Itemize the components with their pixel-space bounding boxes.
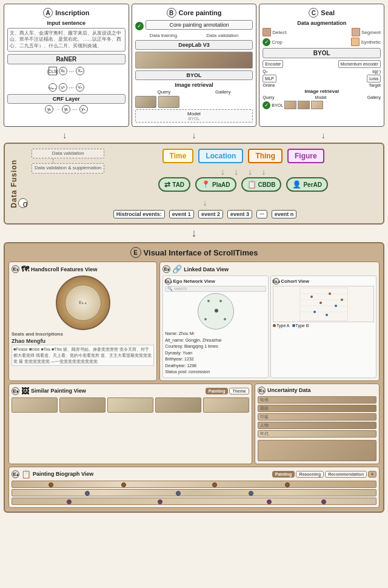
paint-thumb-2 (59, 397, 105, 413)
svg-rect-0 (299, 288, 348, 321)
e3-title: E₃ 🖼 Similar Painting View Painting Them… (12, 387, 249, 396)
bio-dot-3 (212, 482, 217, 487)
e2-sub-row: E₂.₁ Ego Network View 🔍 search N (162, 275, 376, 378)
bio-dot-7 (249, 491, 253, 496)
ego-title-text: Ego Network View (173, 279, 215, 284)
b-model-box: Model BYOL (135, 109, 253, 123)
tad-icon: ⇄ (164, 180, 170, 189)
c-mlp-loss-row: MLP Loss (263, 75, 381, 83)
person-status: Status post: concession (165, 369, 266, 376)
legend-item-1: Type A (273, 323, 289, 328)
e-label: E (130, 247, 141, 258)
cohort-grid (273, 286, 374, 322)
e5-label: E₅ (258, 387, 266, 394)
dots-1: ··· (69, 68, 74, 75)
ego-search-bar[interactable]: 🔍 search (165, 286, 266, 292)
dot-1 (207, 300, 210, 302)
raner-box: RaNER (7, 54, 125, 64)
e4-panel: E₄ 📋 Painting Biograph View Painting Rea… (8, 467, 380, 508)
cbdb-label: CBDB (258, 181, 276, 188)
c-retrieval-title: Image retrieval (263, 89, 381, 94)
person-courtesy: Courtesy: Biangqing 1 times (165, 343, 266, 350)
bio-strip-3 (12, 498, 376, 505)
person-birthyear: Birthyear: 1232 (165, 356, 266, 363)
unc-item-3: 人物 (258, 422, 376, 429)
si-title: Seals and Inscriptions (12, 331, 154, 337)
db-tad: ⇄ TAD (158, 177, 190, 192)
e4-add-btn[interactable]: + (368, 471, 376, 478)
c-model-label: Model (315, 95, 327, 100)
b-byol-box: BYOL (135, 70, 253, 80)
cohort-legend: Type A Type B (273, 323, 374, 328)
c-synthetic-row: Synthetic (351, 38, 381, 46)
panel-b-label: B (167, 8, 176, 18)
paint-thumb-4 (155, 397, 201, 413)
cohort-panel: E₂.₂ Cohort View (270, 275, 376, 378)
bio-dot-9 (158, 499, 162, 504)
c-byol-box: BYOL (263, 48, 381, 58)
c-encoder-box: Encoder (263, 60, 283, 68)
d-data-val-1: Data validation (32, 149, 104, 158)
e4-tab-recommendation[interactable]: Recommendation (325, 471, 367, 478)
section-e: E Visual Interface of ScrollTimes E₁ 🗺 H… (4, 242, 384, 513)
c-mlp-box: MLP (263, 75, 276, 83)
c-thumb-1 (284, 101, 296, 109)
c-crop-row: ✓ Crop (263, 38, 282, 46)
e4-icon: 📋 (21, 470, 31, 479)
event-2: event 2 (198, 210, 223, 218)
gallery-thumb-b (158, 96, 179, 108)
cohort-svg (299, 288, 348, 321)
e4-tabs[interactable]: Painting Reasoning Recommendation + (272, 471, 376, 478)
plaad-icon: 📍 (201, 180, 210, 189)
dot-2 (219, 300, 222, 302)
c-thumb-3 (311, 101, 323, 109)
d-top-row: Data validation Data validation & supple… (32, 149, 378, 195)
svg-point-6 (319, 302, 322, 304)
c-byol-small-2: BYOL (272, 103, 283, 107)
xn-node: Xₙ (76, 67, 84, 75)
c-target-label: Target (369, 83, 381, 87)
c-query-label: Query (263, 95, 274, 100)
e4-tab-painting[interactable]: Painting (272, 471, 295, 478)
e3-title-text: Similar Painting View (31, 388, 86, 394)
e-row-3: E₄ 📋 Painting Biograph View Painting Rea… (8, 467, 380, 508)
bio-strip-1 (12, 481, 376, 488)
paint-thumb-1 (12, 397, 58, 413)
arrow-3: ↓ (321, 130, 326, 140)
e4-tab-reasoning[interactable]: Reasoning (296, 471, 324, 478)
c-loss-box: Loss (367, 75, 381, 83)
person-alt-name: Alt_name: Gongjin, Zhisuizhai (165, 337, 266, 344)
handscroll-inner: E₁.₁ (65, 285, 101, 321)
e4-label: E₄ (12, 470, 19, 478)
panel-c-label: C (309, 8, 318, 18)
vertical-dots: ⋮ ⋮ ⋮ (51, 76, 82, 82)
d-left-notes: Data validation Data validation & supple… (32, 149, 104, 174)
b-gallery-label: Gallery (215, 89, 230, 95)
b-retrieval-label: Image retrieval (135, 82, 253, 88)
person-card: Name: Zhou Mi Alt_name: Gongjin, Zhisuiz… (165, 331, 266, 376)
b-model-label: Model (139, 111, 249, 117)
b-query-label: Query (158, 89, 171, 95)
e-row-1: E₁ 🗺 Handscroll Features View E₁.₁ Seals… (8, 262, 380, 381)
e3-tabs[interactable]: Painting Theme (206, 388, 249, 394)
event-n: event n (272, 210, 297, 218)
plaad-label: PlaAD (212, 181, 230, 188)
db-plaad: 📍 PlaAD (195, 177, 236, 192)
e3-tab-painting[interactable]: Painting (206, 388, 229, 394)
crf-box: CRF Layer (7, 94, 125, 104)
b-byol-small: BYOL (139, 117, 249, 121)
arrow-1: ↓ (62, 130, 67, 140)
handscroll-circle: E₁.₁ (56, 275, 110, 330)
e1-panel: E₁ 🗺 Handscroll Features View E₁.₁ Seals… (8, 262, 157, 381)
panel-b: B Core painting ✓ Core painting annotati… (132, 4, 257, 127)
y2-node: y₂ (62, 105, 70, 113)
e3-icon: 🖼 (21, 387, 29, 396)
painting-image-b (135, 52, 253, 69)
e3-tab-theme[interactable]: Theme (229, 388, 249, 394)
validation-label: Data validation (206, 33, 238, 38)
svg-point-9 (313, 311, 316, 313)
legend-dot-1 (273, 324, 276, 327)
c-segment-row: Segment (352, 28, 381, 36)
c-momentum-box: Momentum encoder (338, 60, 381, 68)
events-label: Histrocial events: (113, 210, 165, 218)
